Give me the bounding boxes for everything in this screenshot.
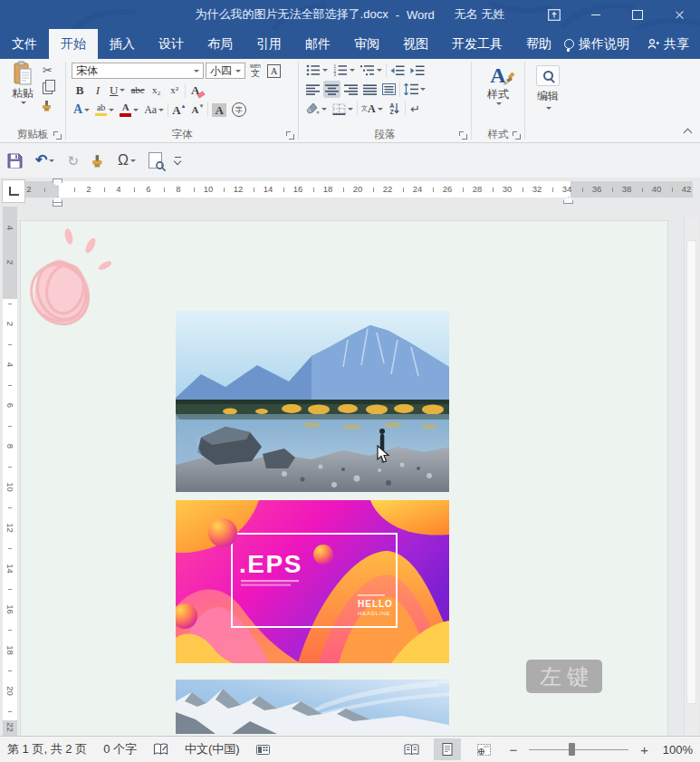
account-name[interactable]: 无名 无姓 <box>455 6 505 23</box>
tab-insert[interactable]: 插入 <box>98 29 147 59</box>
shrink-font-button[interactable]: A▼ <box>189 101 206 119</box>
increase-indent-button[interactable] <box>408 62 427 79</box>
format-painter-button[interactable] <box>42 100 53 111</box>
qat-format-painter-button[interactable] <box>91 154 105 168</box>
language-status[interactable]: 中文(中国) <box>185 741 240 757</box>
zoom-slider[interactable] <box>529 749 628 750</box>
save-button[interactable] <box>7 153 23 169</box>
tab-design[interactable]: 设计 <box>147 29 196 59</box>
small-divider <box>168 102 168 117</box>
left-tab-icon <box>9 187 19 196</box>
align-center-button[interactable] <box>323 81 340 98</box>
vertical-scrollbar[interactable] <box>684 217 698 736</box>
paragraph-dialog-launcher[interactable] <box>459 131 467 140</box>
collapse-ribbon-button[interactable] <box>684 129 693 138</box>
copy-button[interactable] <box>43 82 53 94</box>
character-shading-button[interactable]: A <box>210 101 227 119</box>
shading-button[interactable] <box>304 101 329 118</box>
show-marks-button[interactable]: ↵ <box>408 101 424 118</box>
tab-review[interactable]: 审阅 <box>342 29 391 59</box>
decrease-indent-button[interactable] <box>388 62 407 79</box>
enclose-characters-button[interactable]: 字 <box>230 101 248 119</box>
tab-selector-button[interactable] <box>2 179 25 203</box>
styles-dialog-launcher[interactable] <box>513 131 521 140</box>
numbering-icon: 123 <box>333 64 348 76</box>
photo-snow-mountain-image[interactable] <box>176 680 449 734</box>
text-highlight-button[interactable]: ab <box>93 101 116 119</box>
tab-home[interactable]: 开始 <box>49 29 98 59</box>
tab-view[interactable]: 视图 <box>391 29 440 59</box>
strikethrough-button[interactable]: abc <box>129 82 146 99</box>
font-name-select[interactable]: 宋体 <box>72 63 204 79</box>
sort-button[interactable]: AZ <box>387 101 403 118</box>
tab-references[interactable]: 引用 <box>245 29 293 59</box>
subscript-button[interactable]: x₂ <box>149 82 165 99</box>
web-layout-button[interactable] <box>470 738 497 760</box>
zoom-in-button[interactable]: + <box>638 742 651 757</box>
left-indent-marker[interactable] <box>53 202 62 207</box>
macro-record-button[interactable] <box>256 745 270 755</box>
asian-layout-button[interactable]: 文 A <box>360 101 385 118</box>
bullets-button[interactable] <box>304 62 330 79</box>
clipboard-dialog-launcher[interactable] <box>53 131 62 140</box>
tab-file[interactable]: 文件 <box>0 29 49 59</box>
undo-button[interactable]: ↶ <box>35 153 54 168</box>
numbering-button[interactable]: 123 <box>331 62 357 79</box>
justify-button[interactable] <box>361 81 379 98</box>
borders-button[interactable] <box>331 101 355 118</box>
phonetic-guide-button[interactable]: wén文 <box>247 63 264 80</box>
tab-mailings[interactable]: 邮件 <box>293 29 342 59</box>
paste-button[interactable]: 粘贴 <box>5 61 40 113</box>
cut-button[interactable]: ✂ <box>43 63 53 77</box>
photo-lake-image[interactable] <box>176 311 449 492</box>
close-button[interactable] <box>658 0 700 29</box>
v-ruler-number: 10 <box>5 480 15 495</box>
zoom-level[interactable]: 100% <box>660 743 693 757</box>
maximize-button[interactable] <box>617 0 658 29</box>
tell-me-button[interactable]: 操作说明 <box>564 36 629 53</box>
tab-layout[interactable]: 布局 <box>196 29 245 59</box>
proofing-status-button[interactable] <box>153 743 168 756</box>
font-dialog-launcher[interactable] <box>286 131 294 140</box>
editing-button[interactable]: 编辑 <box>525 61 571 110</box>
redo-button[interactable]: ↻ <box>67 154 79 168</box>
ribbon-display-options-button[interactable] <box>533 0 575 29</box>
vertical-ruler[interactable]: 42246810121416182022 <box>3 207 17 736</box>
share-button[interactable]: 共享 <box>647 36 689 53</box>
underline-button[interactable]: U <box>108 82 127 99</box>
symbol-button[interactable]: Ω <box>118 152 136 169</box>
change-case-button[interactable]: Aa <box>142 101 166 119</box>
line-spacing-button[interactable] <box>402 81 427 98</box>
zoom-out-button[interactable]: − <box>506 742 520 757</box>
grow-font-button[interactable]: A▲ <box>170 101 187 119</box>
customize-qat-button[interactable] <box>175 157 181 164</box>
page-number-status[interactable]: 第 1 页, 共 2 页 <box>7 741 87 757</box>
horizontal-ruler[interactable]: 224681012141618202224262830323436384042 <box>25 181 693 198</box>
clear-formatting-button[interactable]: A <box>187 82 204 99</box>
bold-button[interactable]: B <box>72 82 88 99</box>
read-mode-button[interactable] <box>398 738 425 760</box>
multilevel-list-button[interactable] <box>359 62 384 79</box>
print-layout-button[interactable] <box>434 738 461 760</box>
italic-button[interactable]: I <box>90 82 106 99</box>
word-count-status[interactable]: 0 个字 <box>103 741 137 757</box>
align-left-button[interactable] <box>304 81 321 98</box>
tab-help[interactable]: 帮助 <box>514 29 563 59</box>
font-size-select[interactable]: 小四 <box>206 63 245 79</box>
align-right-button[interactable] <box>342 81 360 98</box>
text-effects-button[interactable]: A <box>72 101 91 119</box>
eps-graphic-image[interactable]: .EPS HELLO HEADLINE <box>176 500 449 663</box>
minimize-button[interactable] <box>575 0 617 29</box>
styles-button[interactable]: A 样式 <box>472 61 524 105</box>
font-color-button[interactable]: A <box>118 101 140 119</box>
tab-developer[interactable]: 开发工具 <box>440 29 514 59</box>
right-indent-marker[interactable] <box>563 197 573 204</box>
superscript-button[interactable]: x² <box>167 82 183 99</box>
print-preview-button[interactable] <box>149 152 162 169</box>
character-border-button[interactable]: A <box>265 63 283 80</box>
scrollbar-thumb[interactable] <box>686 240 696 704</box>
distribute-button[interactable] <box>380 81 398 98</box>
h-ruler-number: 6 <box>146 184 150 194</box>
h-ruler-tick <box>493 188 494 192</box>
zoom-slider-thumb[interactable] <box>569 743 575 756</box>
